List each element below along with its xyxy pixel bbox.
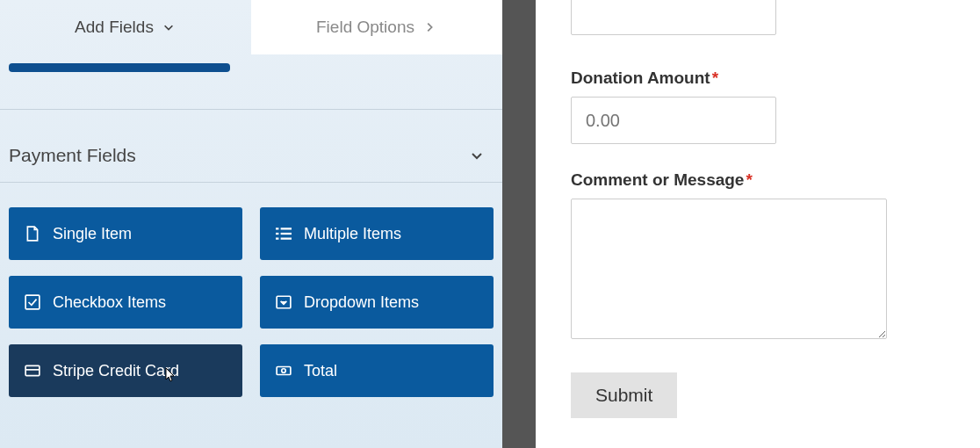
donation-input[interactable] [571,97,776,144]
fields-sidebar: Add Fields Field Options Payment Fields … [0,0,502,448]
check-icon [25,294,40,310]
svg-rect-10 [277,367,291,375]
chevron-right-icon [422,19,437,35]
file-icon [25,226,40,242]
field-label: Multiple Items [304,225,401,243]
field-multiple-items[interactable]: Multiple Items [260,207,494,260]
tab-label: Field Options [316,18,414,37]
field-dropdown-items[interactable]: Dropdown Items [260,276,494,329]
field-stripe-credit-card[interactable]: Stripe Credit Card [9,344,242,397]
comment-field: Comment or Message* [571,170,945,343]
chevron-down-icon [469,148,485,163]
field-label: Single Item [53,225,132,243]
field-label: Stripe Credit Card [53,362,179,380]
form-preview: Donation Amount* Comment or Message* Sub… [536,0,980,448]
chevron-down-icon [161,19,177,35]
field-label: Checkbox Items [53,293,166,312]
field-total[interactable]: Total [260,344,494,397]
dropdown-icon [276,294,292,310]
svg-rect-6 [25,295,40,309]
svg-rect-4 [276,238,278,240]
field-single-item[interactable]: Single Item [9,207,242,260]
svg-rect-1 [281,228,292,229]
svg-point-11 [282,369,286,373]
panel-divider [502,0,536,448]
svg-rect-8 [25,365,40,375]
field-checkbox-items[interactable]: Checkbox Items [9,276,242,329]
donation-field: Donation Amount* [571,69,945,144]
required-indicator: * [746,170,752,189]
tabs: Add Fields Field Options [0,0,502,54]
svg-rect-0 [276,228,278,229]
tab-field-options[interactable]: Field Options [251,0,502,54]
text-input-prev[interactable] [571,0,776,35]
section-title: Payment Fields [9,145,136,166]
payment-fields-grid: Single Item Multiple Items Checkbox Item… [0,183,502,397]
money-icon [276,363,292,379]
required-indicator: * [712,69,718,87]
tab-label: Add Fields [75,18,154,37]
tab-add-fields[interactable]: Add Fields [0,0,251,54]
svg-rect-5 [281,238,292,240]
comment-textarea[interactable] [571,199,887,339]
svg-rect-2 [276,233,278,235]
card-icon [25,363,40,379]
list-icon [276,226,292,242]
field-preview-strip [9,63,230,72]
label-text: Comment or Message [571,170,744,189]
comment-label: Comment or Message* [571,170,945,190]
field-label: Total [304,362,337,380]
submit-button[interactable]: Submit [571,372,677,418]
label-text: Donation Amount [571,69,710,87]
svg-rect-3 [281,233,292,235]
section-header-payment[interactable]: Payment Fields [0,109,502,183]
donation-label: Donation Amount* [571,69,945,88]
field-label: Dropdown Items [304,293,419,312]
